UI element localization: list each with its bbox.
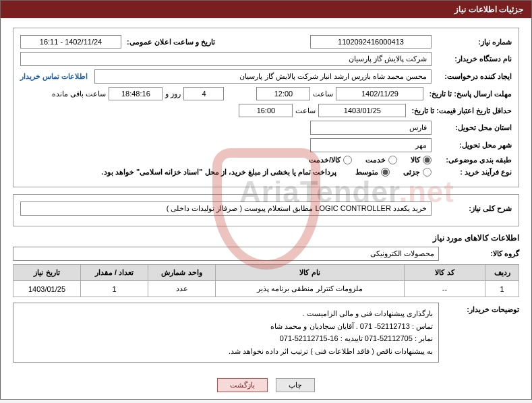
treasury-note: پرداخت تمام یا بخشی از مبلغ خرید، از محل… [102, 168, 336, 177]
main-panel: جزئیات اطلاعات نیاز شماره نیاز: 11020924… [0, 0, 532, 400]
radio-goods[interactable]: کالا [411, 156, 432, 164]
city-value: مهر [310, 138, 432, 152]
hour-label-1: ساعت [313, 90, 333, 98]
time-remaining: 18:48:16 [109, 87, 162, 100]
info-fieldset: شماره نیاز: 1102092416000413 تاریخ و ساع… [13, 28, 519, 187]
radio-service-input[interactable] [388, 156, 397, 164]
purchase-type-label: نوع فرآیند خرید : [434, 168, 512, 177]
th-row: ردیف [485, 265, 519, 281]
back-button[interactable]: بازگشت [217, 378, 268, 392]
cell-row: 1 [485, 281, 519, 297]
price-time: 16:00 [239, 104, 293, 117]
th-unit: واحد شمارش [148, 265, 216, 281]
announce-value: 1402/11/24 - 16:11 [20, 35, 121, 49]
radio-service[interactable]: خدمت [365, 156, 397, 164]
group-value: محصولات الکترونیکی [13, 247, 439, 261]
remaining-word: ساعت باقی مانده [52, 90, 106, 98]
buyer-note-line: تماس : 52112713- 071 . آقایان سجادیان و … [19, 320, 433, 333]
table-row: 1 -- ملزومات کنترلر منطقی برنامه پذیر عد… [13, 281, 519, 297]
buyer-notes-box: بارگذاری پیشنهادات فنی و مالی الزامیست .… [13, 303, 439, 363]
cell-code: -- [405, 281, 485, 297]
announce-label: تاریخ و ساعت اعلان عمومی: [124, 38, 232, 46]
buyer-note-line: به پیشنهادات ناقص ( فاقد اطلاعات فنی ) ت… [19, 345, 433, 358]
items-section-title: اطلاعات کالاهای مورد نیاز [13, 233, 519, 243]
category-label: طبقه بندی موضوعی: [434, 156, 512, 164]
print-button[interactable]: چاپ [276, 378, 315, 392]
buyer-note-line: بارگذاری پیشنهادات فنی و مالی الزامیست . [19, 307, 433, 320]
footer-buttons: چاپ بازگشت [1, 373, 531, 399]
panel-title: جزئیات اطلاعات نیاز [1, 1, 531, 18]
radio-partial-input[interactable] [423, 168, 432, 177]
buyer-notes-label: توضیحات خریدار: [442, 303, 519, 314]
buyer-note-line: نمابر : 52112705-071 تاییدیه : 16-521127… [19, 332, 433, 345]
city-label: شهر محل تحویل: [434, 141, 512, 150]
group-label: گروه کالا: [442, 249, 519, 258]
th-need-date: تاریخ نیاز [13, 265, 81, 281]
price-valid-label: حداقل تاریخ اعتبار قیمت: تا تاریخ: [409, 106, 512, 115]
hour-label-2: ساعت [295, 106, 316, 115]
province-label: استان محل تحویل: [434, 123, 512, 132]
cell-name: ملزومات کنترلر منطقی برنامه پذیر [216, 281, 405, 297]
th-name: نام کالا [216, 265, 405, 281]
need-no-label: شماره نیاز: [434, 38, 512, 46]
overall-label: شرح کلی نیاز: [434, 204, 512, 213]
cell-need-date: 1403/01/25 [13, 281, 81, 297]
requester-label: ایجاد کننده درخواست: [434, 72, 512, 81]
days-remaining: 4 [183, 87, 224, 100]
reply-deadline-label: مهلت ارسال پاسخ: تا تاریخ: [426, 90, 512, 98]
contact-link[interactable]: اطلاعات تماس خریدار [20, 72, 88, 81]
need-no-value: 1102092416000413 [310, 35, 432, 49]
radio-goods-input[interactable] [423, 156, 432, 164]
radio-goods-service-input[interactable] [343, 156, 352, 164]
cell-qty: 1 [81, 281, 148, 297]
th-qty: تعداد / مقدار [81, 265, 148, 281]
reply-time: 12:00 [256, 87, 310, 100]
table-header-row: ردیف کد کالا نام کالا واحد شمارش تعداد /… [13, 265, 519, 281]
overall-desc: خرید یکعدد LOGIC CONTROLLER مطابق استعلا… [20, 202, 432, 216]
radio-medium[interactable]: متوسط [355, 168, 390, 177]
reply-date: 1402/11/29 [336, 87, 423, 100]
province-value: فارس [310, 121, 432, 135]
cell-unit: عدد [148, 281, 216, 297]
radio-medium-input[interactable] [381, 168, 390, 177]
price-date: 1403/01/25 [318, 104, 406, 117]
days-word: روز و [165, 90, 181, 98]
radio-goods-service[interactable]: کالا/خدمت [309, 156, 352, 164]
th-code: کد کالا [405, 265, 485, 281]
desc-fieldset: شرح کلی نیاز: خرید یکعدد LOGIC CONTROLLE… [13, 194, 519, 226]
radio-partial[interactable]: جزئی [403, 168, 432, 177]
requester-value: محسن محمد شاه بازرس ارشد انبار شرکت پالا… [94, 69, 432, 84]
buyer-org-value: شرکت پالایش گاز پارسیان [20, 52, 432, 66]
buyer-org-label: نام دستگاه خریدار: [434, 55, 512, 63]
items-table: ردیف کد کالا نام کالا واحد شمارش تعداد /… [13, 264, 519, 297]
